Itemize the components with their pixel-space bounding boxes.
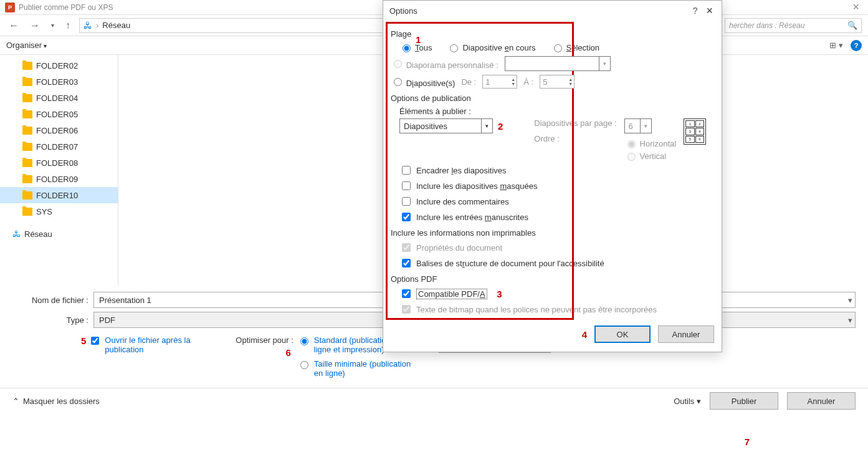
dialog-help-icon[interactable]: ? bbox=[693, 6, 698, 16]
tools-menu[interactable]: Outils ▾ bbox=[674, 397, 701, 406]
elements-value: Diapositives bbox=[404, 122, 447, 131]
up-icon[interactable]: ↑ bbox=[63, 19, 73, 32]
layout-preview-icon: 123456 bbox=[684, 118, 706, 145]
tree-folder-label: FOLDER10 bbox=[36, 191, 78, 200]
close-icon[interactable]: × bbox=[849, 1, 863, 14]
cancel-button[interactable]: Annuler bbox=[787, 392, 856, 410]
breadcrumb-sep: › bbox=[96, 21, 98, 30]
cancel-label: Annuler bbox=[808, 397, 836, 406]
dropdown-icon[interactable]: ▾ bbox=[481, 119, 492, 133]
hidden-slides-checkbox[interactable]: Inclure les diapositives masquées bbox=[399, 180, 714, 192]
hide-folders-button[interactable]: ⌃ Masquer les dossiers bbox=[12, 397, 100, 406]
tree-folder[interactable]: FOLDER08 bbox=[0, 155, 118, 171]
recent-dropdown-icon[interactable]: ▾ bbox=[49, 21, 57, 30]
tree-folder-label: FOLDER05 bbox=[36, 110, 78, 119]
folder-icon bbox=[22, 94, 32, 102]
doc-props-checkbox: Propriétés du document bbox=[399, 241, 714, 254]
folder-icon bbox=[22, 143, 32, 151]
breadcrumb-item[interactable]: Réseau bbox=[102, 21, 130, 30]
folder-icon bbox=[22, 110, 32, 118]
tree-folder[interactable]: FOLDER09 bbox=[0, 171, 118, 187]
to-spinner[interactable]: 5▲▼ bbox=[540, 75, 575, 89]
elements-select[interactable]: Diapositives ▾ bbox=[399, 118, 493, 133]
powerpoint-icon: P bbox=[5, 2, 15, 12]
slides-per-page-label: Diapositives par page : bbox=[534, 118, 616, 128]
range-current-radio[interactable]: Diapositive en cours bbox=[447, 42, 535, 52]
publish-label: Publier bbox=[732, 397, 756, 406]
tree-folder[interactable]: FOLDER03 bbox=[0, 74, 118, 90]
dialog-cancel-button[interactable]: Annuler bbox=[658, 325, 714, 343]
tree-folder[interactable]: FOLDER07 bbox=[0, 138, 118, 155]
dialog-close-icon[interactable]: × bbox=[703, 4, 715, 17]
custom-show-select: ▾ bbox=[505, 56, 611, 71]
optimize-label: Optimiser pour : bbox=[236, 335, 293, 345]
search-input[interactable]: hercher dans : Réseau 🔍 bbox=[725, 18, 862, 33]
tree-folder[interactable]: FOLDER04 bbox=[0, 90, 118, 106]
folder-icon bbox=[22, 175, 32, 183]
folder-icon bbox=[22, 78, 32, 86]
publish-button[interactable]: Publier bbox=[710, 392, 778, 410]
ok-label: OK bbox=[617, 330, 629, 339]
tree-folder[interactable]: FOLDER05 bbox=[0, 106, 118, 122]
help-icon[interactable]: ? bbox=[851, 40, 862, 51]
filename-value: Présentation 1 bbox=[99, 296, 151, 305]
tools-label: Outils bbox=[674, 397, 694, 406]
tree-folder-label: FOLDER04 bbox=[36, 94, 78, 103]
order-label: Ordre : bbox=[534, 134, 616, 143]
folder-icon bbox=[22, 127, 32, 135]
tree-folder-label: FOLDER08 bbox=[36, 158, 78, 168]
publish-options-label: Options de publication bbox=[391, 94, 714, 103]
dropdown-icon[interactable]: ▾ bbox=[848, 315, 852, 325]
search-placeholder: hercher dans : Réseau bbox=[729, 21, 847, 30]
forward-icon[interactable]: → bbox=[27, 19, 42, 32]
range-slides-radio[interactable]: Diapositive(s) bbox=[391, 76, 455, 88]
organize-button[interactable]: Organiser bbox=[6, 41, 47, 50]
optimize-minsize-label: Taille minimale (publication en ligne) bbox=[314, 359, 414, 378]
slides-per-page-select: 6▾ bbox=[624, 118, 652, 133]
ink-checkbox[interactable]: Inclure les entrées manuscrites bbox=[399, 211, 714, 223]
range-selection-radio[interactable]: Sélection bbox=[551, 42, 599, 52]
frame-slides-checkbox[interactable]: Encadrer les diapositives bbox=[399, 164, 714, 176]
hide-folders-label: Masquer les dossiers bbox=[23, 397, 100, 406]
folder-icon bbox=[22, 62, 32, 70]
network-icon: 🖧 bbox=[83, 21, 92, 31]
annotation-5: 5 bbox=[81, 335, 86, 383]
struct-tags-checkbox[interactable]: Balises de structure de document pour l'… bbox=[399, 257, 714, 269]
bitmap-text-checkbox: Texte de bitmap quand les polices ne peu… bbox=[399, 303, 714, 315]
type-value: PDF bbox=[99, 315, 115, 325]
tree-folder[interactable]: FOLDER10 bbox=[0, 187, 118, 203]
pdfa-checkbox[interactable]: Compatible PDF/A 3 bbox=[399, 287, 714, 300]
folder-tree[interactable]: FOLDER02 FOLDER03 FOLDER04 FOLDER05 FOLD… bbox=[0, 55, 118, 286]
from-spinner[interactable]: 1▲▼ bbox=[482, 75, 517, 89]
comments-checkbox[interactable]: Inclure des commentaires bbox=[399, 195, 714, 208]
from-label: De : bbox=[461, 77, 476, 87]
optimize-minsize-radio[interactable]: Taille minimale (publication en ligne) bbox=[297, 359, 414, 378]
tree-network[interactable]: 🖧Réseau bbox=[0, 226, 118, 242]
tree-folder-label: FOLDER06 bbox=[36, 126, 78, 135]
search-icon[interactable]: 🔍 bbox=[847, 21, 857, 30]
to-label: À : bbox=[523, 77, 533, 87]
comments-label: Inclure des commentaires bbox=[416, 197, 509, 206]
annotation-7: 7 bbox=[745, 436, 750, 447]
elements-label: Éléments à publier : bbox=[399, 107, 714, 116]
order-horizontal-radio: Horizontal bbox=[624, 138, 677, 148]
folder-icon bbox=[22, 191, 32, 200]
open-after-checkbox[interactable]: Ouvrir le fichier après la publication bbox=[88, 335, 211, 383]
tree-network-label: Réseau bbox=[24, 229, 52, 239]
tree-folder-label: FOLDER09 bbox=[36, 175, 78, 184]
back-icon[interactable]: ← bbox=[6, 19, 21, 32]
view-options-icon[interactable]: ⊞ ▾ bbox=[829, 41, 843, 50]
dialog-cancel-label: Annuler bbox=[672, 330, 700, 339]
order-vertical-radio: Vertical bbox=[624, 151, 677, 161]
ok-button[interactable]: OK bbox=[594, 325, 651, 343]
dialog-title: Options bbox=[389, 6, 693, 16]
folder-icon bbox=[22, 208, 32, 216]
tree-folder[interactable]: FOLDER06 bbox=[0, 122, 118, 138]
annotation-6: 6 bbox=[285, 347, 290, 358]
tree-folder-label: SYS bbox=[36, 207, 52, 216]
window-title: Publier comme PDF ou XPS bbox=[19, 3, 113, 12]
open-after-label: Ouvrir le fichier après la publication bbox=[105, 335, 211, 354]
dropdown-icon[interactable]: ▾ bbox=[848, 296, 852, 305]
tree-folder[interactable]: SYS bbox=[0, 203, 118, 219]
tree-folder[interactable]: FOLDER02 bbox=[0, 57, 118, 74]
